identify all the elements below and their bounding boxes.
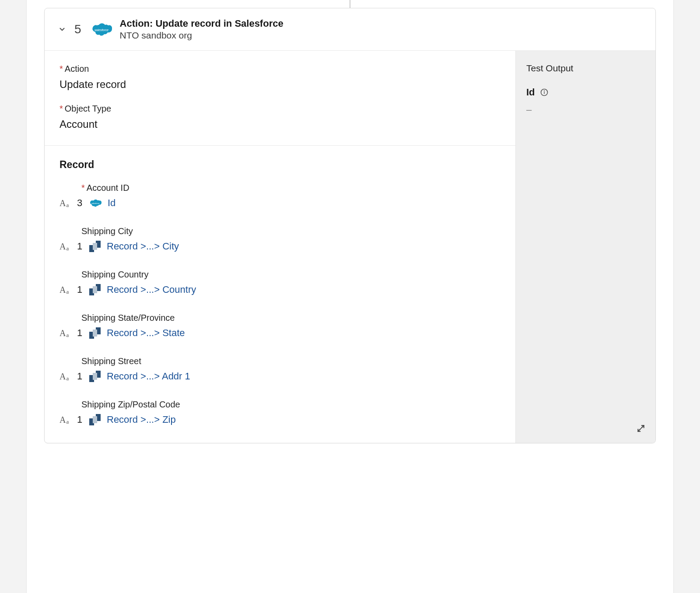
salesforce-icon: salesforce bbox=[89, 199, 102, 207]
object-type-value[interactable]: Account bbox=[60, 118, 500, 130]
field-mapping-path[interactable]: Record >...> City bbox=[107, 241, 179, 252]
record-field-label: Shipping Street bbox=[60, 356, 500, 366]
svg-point-19 bbox=[544, 91, 544, 91]
record-field: Shipping StreetAa1Record >...> Addr 1 bbox=[60, 356, 500, 382]
step-title: Action: Update record in Salesforce bbox=[120, 18, 284, 29]
step-number: 5 bbox=[74, 22, 81, 36]
record-field-label: Shipping City bbox=[60, 226, 500, 236]
field-mapping-path[interactable]: Record >...> Addr 1 bbox=[107, 371, 190, 382]
svg-rect-7 bbox=[93, 286, 97, 293]
action-value[interactable]: Update record bbox=[60, 78, 500, 91]
source-step-number: 1 bbox=[77, 284, 83, 295]
record-section-title: Record bbox=[60, 159, 500, 171]
svg-rect-4 bbox=[93, 243, 97, 250]
svg-text:salesforce: salesforce bbox=[94, 28, 108, 32]
output-id-label: Id bbox=[526, 87, 535, 98]
netsuite-icon bbox=[89, 414, 101, 425]
test-output-panel: Test Output Id – bbox=[515, 51, 655, 443]
output-id-value: – bbox=[526, 104, 645, 116]
source-step-number: 1 bbox=[77, 241, 83, 252]
salesforce-icon: salesforce bbox=[91, 22, 112, 37]
text-type-icon: Aa bbox=[60, 198, 71, 208]
test-output-title: Test Output bbox=[526, 63, 645, 74]
text-type-icon: Aa bbox=[60, 242, 71, 252]
text-type-icon: Aa bbox=[60, 372, 71, 382]
record-field-label: Shipping Zip/Postal Code bbox=[60, 400, 500, 410]
info-icon[interactable] bbox=[539, 88, 549, 97]
chevron-down-icon[interactable] bbox=[58, 25, 66, 34]
source-step-number: 1 bbox=[77, 327, 83, 339]
field-mapping-path[interactable]: Record >...> Zip bbox=[107, 414, 176, 425]
source-step-number: 3 bbox=[77, 197, 83, 209]
svg-rect-13 bbox=[93, 373, 97, 380]
action-step-card: 5 salesforce Action: Update record in Sa… bbox=[44, 8, 656, 443]
step-subtitle: NTO sandbox org bbox=[120, 30, 284, 41]
netsuite-icon bbox=[89, 284, 101, 295]
svg-rect-16 bbox=[93, 416, 97, 423]
netsuite-icon bbox=[89, 327, 101, 339]
netsuite-icon bbox=[89, 241, 101, 252]
field-mapping-path[interactable]: Id bbox=[108, 197, 116, 209]
record-field: *Account IDAa3salesforceId bbox=[60, 183, 500, 209]
object-type-label: *Object Type bbox=[60, 104, 500, 114]
netsuite-icon bbox=[89, 371, 101, 382]
connector-line bbox=[350, 0, 350, 8]
field-mapping-path[interactable]: Record >...> Country bbox=[107, 284, 196, 295]
field-mapping-path[interactable]: Record >...> State bbox=[107, 327, 185, 339]
source-step-number: 1 bbox=[77, 414, 83, 425]
card-header[interactable]: 5 salesforce Action: Update record in Sa… bbox=[45, 8, 655, 51]
action-label: *Action bbox=[60, 64, 500, 74]
record-field: Shipping CountryAa1Record >...> Country bbox=[60, 270, 500, 295]
record-field: Shipping Zip/Postal CodeAa1Record >...> … bbox=[60, 400, 500, 425]
text-type-icon: Aa bbox=[60, 328, 71, 338]
text-type-icon: Aa bbox=[60, 285, 71, 295]
source-step-number: 1 bbox=[77, 371, 83, 382]
record-field-label: *Account ID bbox=[60, 183, 500, 193]
text-type-icon: Aa bbox=[60, 415, 71, 425]
record-field-label: Shipping Country bbox=[60, 270, 500, 280]
svg-rect-10 bbox=[93, 330, 97, 337]
record-field: Shipping CityAa1Record >...> City bbox=[60, 226, 500, 252]
record-field-label: Shipping State/Province bbox=[60, 313, 500, 323]
expand-icon[interactable] bbox=[636, 424, 646, 433]
record-field: Shipping State/ProvinceAa1Record >...> S… bbox=[60, 313, 500, 339]
svg-text:salesforce: salesforce bbox=[91, 202, 100, 204]
